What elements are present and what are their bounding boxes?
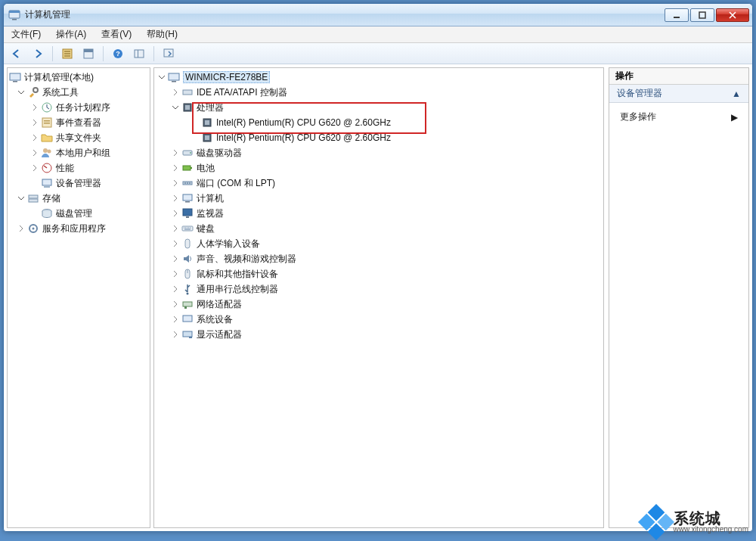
device-root[interactable]: WINMICR-FE278BE <box>154 70 603 85</box>
device-mgr-icon <box>41 177 53 189</box>
cat-ide[interactable]: IDE ATA/ATAPI 控制器 <box>154 85 603 100</box>
show-hide-tree-button[interactable] <box>59 45 76 62</box>
tree-local-users[interactable]: 本地用户和组 <box>8 145 150 160</box>
watermark: 系统城 www.xitongcheng.com <box>643 509 749 535</box>
expand-icon[interactable] <box>30 148 39 157</box>
toolbar-separator <box>103 46 104 61</box>
svg-rect-23 <box>42 179 51 185</box>
tree-label: 系统工具 <box>42 86 79 99</box>
expand-icon[interactable] <box>171 224 180 233</box>
tree-system-tools[interactable]: 系统工具 <box>8 85 150 100</box>
properties-button[interactable] <box>80 45 97 62</box>
action-label: 更多操作 <box>620 110 656 123</box>
svg-point-45 <box>187 182 188 184</box>
cat-sound[interactable]: 声音、视频和游戏控制器 <box>154 251 603 266</box>
maximize-button[interactable] <box>690 8 714 22</box>
action-more[interactable]: 更多操作 ▶ <box>620 107 738 126</box>
tree-label: WINMICR-FE278BE <box>183 71 270 83</box>
tree-label: 本地用户和组 <box>56 147 110 160</box>
collapse-icon[interactable] <box>17 88 26 97</box>
svg-point-15 <box>33 88 38 92</box>
tree-storage[interactable]: 存储 <box>8 191 150 206</box>
expand-icon[interactable] <box>171 330 180 339</box>
expand-icon[interactable] <box>171 209 180 218</box>
action-button[interactable] <box>131 45 147 62</box>
cpu-item[interactable]: Intel(R) Pentium(R) CPU G620 @ 2.60GHz <box>154 115 603 130</box>
collapse-icon[interactable] <box>171 103 180 112</box>
cat-keyboards[interactable]: 键盘 <box>154 221 603 236</box>
titlebar[interactable]: 计算机管理 <box>4 4 752 26</box>
svg-rect-58 <box>183 331 192 337</box>
processor-icon <box>201 132 213 144</box>
expand-icon[interactable] <box>171 179 180 188</box>
toolbar-separator <box>153 46 154 61</box>
cat-computers[interactable]: 计算机 <box>154 191 603 206</box>
collapse-icon[interactable] <box>157 73 166 82</box>
expand-icon[interactable] <box>17 224 26 233</box>
actions-section[interactable]: 设备管理器 ▲ <box>609 85 748 103</box>
window-title: 计算机管理 <box>25 8 70 21</box>
actions-header: 操作 <box>609 68 748 85</box>
cat-processors[interactable]: 处理器 <box>154 100 603 115</box>
expand-icon[interactable] <box>171 239 180 248</box>
processor-icon <box>201 117 213 129</box>
tree-disk-mgmt[interactable]: 磁盘管理 <box>8 206 150 221</box>
expand-icon[interactable] <box>171 163 180 173</box>
expand-icon[interactable] <box>171 194 180 203</box>
cat-disk-drives[interactable]: 磁盘驱动器 <box>154 145 603 160</box>
svg-rect-38 <box>205 135 209 140</box>
device-tree-pane[interactable]: WINMICR-FE278BE IDE ATA/ATAPI 控制器 处理器 In… <box>153 67 604 528</box>
collapse-icon[interactable]: ▲ <box>732 89 741 99</box>
expand-icon[interactable] <box>30 103 39 112</box>
cat-batteries[interactable]: 电池 <box>154 160 603 176</box>
svg-rect-19 <box>44 123 50 124</box>
app-icon <box>8 9 20 21</box>
cat-usb[interactable]: 通用串行总线控制器 <box>154 281 603 297</box>
expand-icon[interactable] <box>171 254 180 263</box>
cat-display[interactable]: 显示适配器 <box>154 327 603 342</box>
disk-icon <box>41 207 53 219</box>
cpu-item[interactable]: Intel(R) Pentium(R) CPU G620 @ 2.60GHz <box>154 130 603 145</box>
refresh-button[interactable] <box>160 45 177 62</box>
expand-icon[interactable] <box>30 133 39 142</box>
cat-hid[interactable]: 人体学输入设备 <box>154 236 603 251</box>
expand-icon[interactable] <box>171 148 180 157</box>
tree-services[interactable]: 服务和应用程序 <box>8 221 150 236</box>
expand-icon[interactable] <box>30 118 39 127</box>
tree-task-scheduler[interactable]: 任务计划程序 <box>8 100 150 115</box>
help-button[interactable]: ? <box>110 45 126 62</box>
expand-icon[interactable] <box>171 269 180 278</box>
window-frame: 计算机管理 文件(F) 操作(A) 查看(V) 帮助(H) ? <box>3 3 753 532</box>
tree-performance[interactable]: 性能 <box>8 160 150 176</box>
expand-icon[interactable] <box>171 315 180 324</box>
menu-action[interactable]: 操作(A) <box>53 26 89 42</box>
forward-button[interactable] <box>29 45 46 62</box>
expand-icon[interactable] <box>30 163 39 173</box>
cat-network[interactable]: 网络适配器 <box>154 297 603 312</box>
collapse-icon[interactable] <box>17 194 26 203</box>
tree-label: 鼠标和其他指针设备 <box>197 268 278 281</box>
minimize-button[interactable] <box>665 8 689 22</box>
menu-file[interactable]: 文件(F) <box>8 26 44 42</box>
window-buttons <box>665 8 749 22</box>
console-tree-pane[interactable]: 计算机管理(本地) 系统工具 任务计划程序 事件查看器 <box>7 67 150 528</box>
menu-help[interactable]: 帮助(H) <box>144 26 181 42</box>
tree-device-manager[interactable]: 设备管理器 <box>8 176 150 191</box>
menu-view[interactable]: 查看(V) <box>98 26 135 42</box>
close-button[interactable] <box>716 8 749 22</box>
expand-icon[interactable] <box>171 88 180 97</box>
back-button[interactable] <box>8 45 25 62</box>
tree-root[interactable]: 计算机管理(本地) <box>8 70 150 85</box>
tree-shared-folders[interactable]: 共享文件夹 <box>8 130 150 145</box>
cat-ports[interactable]: 端口 (COM 和 LPT) <box>154 176 603 191</box>
svg-rect-59 <box>189 337 192 338</box>
cat-system-devices[interactable]: 系统设备 <box>154 312 603 327</box>
cat-monitors[interactable]: 监视器 <box>154 206 603 221</box>
actions-pane: 操作 设备管理器 ▲ 更多操作 ▶ <box>609 67 749 528</box>
expand-icon[interactable] <box>171 284 180 294</box>
watermark-text: 系统城 www.xitongcheng.com <box>674 511 749 533</box>
tree-event-viewer[interactable]: 事件查看器 <box>8 115 150 130</box>
computer-icon <box>181 192 194 204</box>
expand-icon[interactable] <box>171 300 180 309</box>
cat-mice[interactable]: 鼠标和其他指针设备 <box>154 266 603 281</box>
